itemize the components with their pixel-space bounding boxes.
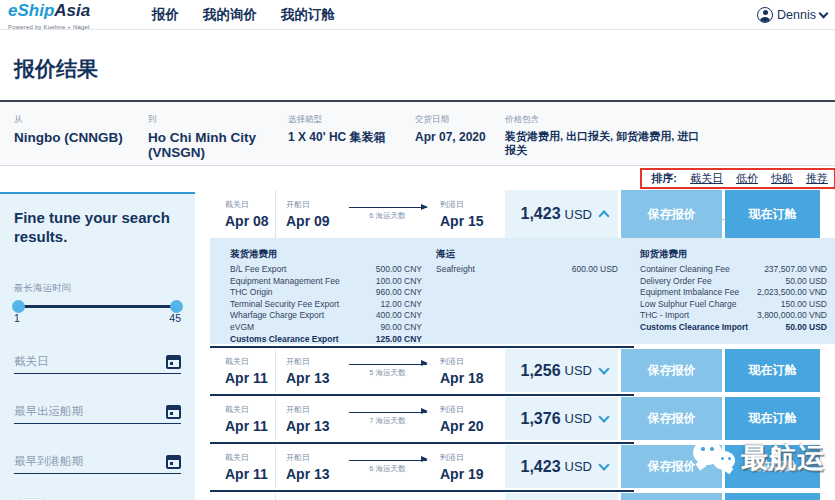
arrow-icon bbox=[349, 460, 427, 461]
arrival-value: Apr 19 bbox=[440, 466, 505, 482]
sort-option-recommended[interactable]: 推荐 bbox=[806, 171, 828, 186]
seafreight-fees: 海运 Seafreight600.00 USD bbox=[436, 248, 618, 276]
book-now-button[interactable]: 现在订舱 bbox=[725, 190, 820, 238]
transit-arrow bbox=[345, 493, 430, 500]
route-summary-card: 从 Ningbo (CNNGB) → 到 Ho Chi Minh City (V… bbox=[0, 100, 835, 166]
slider-handle-max[interactable] bbox=[170, 300, 183, 313]
user-name: Dennis bbox=[777, 8, 816, 22]
cutoff-date-field[interactable]: 截关日 bbox=[14, 354, 181, 374]
fee-amount: 150.00 USD bbox=[781, 299, 827, 311]
origin-fees: 装货港费用 B/L Fee Export500.00 CNY Equipment… bbox=[230, 248, 422, 345]
arrow-icon bbox=[349, 207, 427, 208]
earliest-arrival-field[interactable]: 最早到港船期 bbox=[14, 454, 181, 474]
save-quote-button[interactable]: 保存报价 bbox=[621, 190, 722, 238]
page-title: 报价结果 bbox=[14, 55, 98, 83]
save-quote-button[interactable]: 保存报价 bbox=[621, 445, 722, 488]
price-value: 1,423 bbox=[521, 458, 561, 476]
origin-fees-title: 装货港费用 bbox=[230, 248, 422, 261]
save-quote-button[interactable]: 保存报价 bbox=[621, 397, 722, 440]
earliest-departure-field[interactable]: 最早出运船期 bbox=[14, 404, 181, 424]
cutoff-value: Apr 08 bbox=[225, 213, 275, 229]
destination-fees: 卸货港费用 Container Cleaning Fee237,507.00 V… bbox=[640, 248, 827, 334]
fee-amount: 600.00 USD bbox=[572, 264, 618, 276]
logo-part2: Asia bbox=[54, 1, 90, 20]
book-now-button[interactable]: 现在订舱 bbox=[725, 445, 820, 488]
to-label: 到 bbox=[148, 114, 280, 126]
user-avatar-icon bbox=[757, 7, 773, 23]
chevron-down-icon[interactable] bbox=[598, 411, 609, 422]
delivery-date-label: 交货日期 bbox=[415, 114, 486, 126]
chevron-up-icon[interactable] bbox=[598, 210, 609, 221]
price-toggle[interactable]: 1,423 USD bbox=[505, 190, 618, 238]
nav-item-my-inquiries[interactable]: 我的询价 bbox=[203, 6, 257, 24]
sort-option-cutoff[interactable]: 截关日 bbox=[690, 171, 723, 186]
save-quote-button[interactable]: 保存报价 bbox=[621, 349, 722, 392]
calendar-icon[interactable] bbox=[166, 355, 181, 369]
price-toggle[interactable]: 1,376 USD bbox=[505, 397, 618, 440]
cutoff-value: Apr 11 bbox=[225, 370, 275, 386]
route-includes: 价格包含 装货港费用, 出口报关, 卸货港费用, 进口报关 bbox=[505, 114, 705, 157]
fee-name: B/L Fee Export bbox=[230, 264, 286, 276]
fee-amount: 237,507.00 VND bbox=[764, 264, 827, 276]
transit-arrow: 6 海运天数 bbox=[345, 190, 430, 238]
arrival-value: Apr 18 bbox=[440, 370, 505, 386]
user-menu[interactable]: Dennis bbox=[757, 0, 827, 30]
sort-option-lowprice[interactable]: 低价 bbox=[736, 171, 758, 186]
transit-days: 6 海运天数 bbox=[369, 464, 405, 474]
fee-amount: 90.00 CNY bbox=[380, 322, 422, 334]
fee-amount: 12.00 CNY bbox=[380, 299, 422, 311]
slider-handle-min[interactable] bbox=[12, 300, 25, 313]
calendar-icon[interactable] bbox=[166, 455, 181, 469]
cutoff-value: Apr 11 bbox=[225, 466, 275, 482]
chevron-down-icon[interactable] bbox=[598, 363, 609, 374]
price-value: 1,256 bbox=[521, 362, 561, 380]
transit-arrow: 6 海运天数 bbox=[345, 445, 430, 488]
quote-row: 截关日 开船日 到港日 1,385 USD 保存报价 现在订舱 bbox=[210, 493, 835, 500]
fee-amount: 3,800,000.00 VND bbox=[757, 310, 827, 322]
chevron-down-icon[interactable] bbox=[598, 459, 609, 470]
book-now-button[interactable]: 现在订舱 bbox=[725, 493, 820, 500]
nav-item-quote[interactable]: 报价 bbox=[152, 6, 179, 24]
price-currency: USD bbox=[565, 363, 592, 378]
nav-item-my-bookings[interactable]: 我的订舱 bbox=[281, 6, 335, 24]
earliest-arrival-placeholder: 最早到港船期 bbox=[14, 454, 83, 469]
filter-sidebar: Fine tune your search results. 最长海运时间 1 … bbox=[0, 192, 195, 500]
route-date: 交货日期 Apr 07, 2020 bbox=[415, 114, 486, 145]
eshipasia-logo[interactable]: eShipAsia Powered by Kuehne + Nagel bbox=[8, 2, 90, 36]
fee-name: eVGM bbox=[230, 322, 254, 334]
fee-amount: 400.00 CNY bbox=[376, 310, 422, 322]
cutoff-label: 截关日 bbox=[225, 356, 275, 367]
fee-name: Wharfage Charge Export bbox=[230, 310, 324, 322]
price-currency: USD bbox=[565, 459, 592, 474]
price-toggle[interactable]: 1,256 USD bbox=[505, 349, 618, 392]
save-quote-button[interactable]: 保存报价 bbox=[621, 493, 722, 500]
sort-bar: 排序: 截关日 低价 快船 推荐 bbox=[640, 168, 835, 189]
route-to: 到 Ho Chi Minh City (VNSGN) bbox=[148, 114, 280, 160]
main-nav: 报价 我的询价 我的订舱 bbox=[152, 0, 335, 30]
price-toggle[interactable]: 1,423 USD bbox=[505, 445, 618, 488]
cutoff-date-placeholder: 截关日 bbox=[14, 354, 49, 369]
destination-fees-title: 卸货港费用 bbox=[640, 248, 827, 261]
earliest-departure-placeholder: 最早出运船期 bbox=[14, 404, 83, 419]
slider-min-value: 1 bbox=[14, 312, 20, 324]
transit-days: 5 海运天数 bbox=[369, 368, 405, 378]
arrival-label: 到港日 bbox=[440, 199, 505, 210]
cutoff-label: 截关日 bbox=[225, 452, 275, 463]
includes-value: 装货港费用, 出口报关, 卸货港费用, 进口报关 bbox=[505, 130, 705, 157]
arrival-label: 到港日 bbox=[440, 404, 505, 415]
transit-days: 6 海运天数 bbox=[369, 211, 405, 221]
transit-slider[interactable] bbox=[16, 305, 179, 308]
sort-option-fast[interactable]: 快船 bbox=[771, 171, 793, 186]
departure-label: 开船日 bbox=[286, 199, 345, 210]
quote-row: 截关日Apr 08 开船日Apr 09 6 海运天数 到港日Apr 15 1,4… bbox=[210, 190, 835, 344]
fee-name: Delivery Order Fee bbox=[640, 276, 712, 288]
arrival-label: 到港日 bbox=[440, 452, 505, 463]
departure-value: Apr 09 bbox=[286, 213, 345, 229]
fee-amount: 960.00 CNY bbox=[376, 287, 422, 299]
book-now-button[interactable]: 现在订舱 bbox=[725, 349, 820, 392]
departure-label: 开船日 bbox=[286, 452, 345, 463]
calendar-icon[interactable] bbox=[166, 405, 181, 419]
fee-amount: 125.00 CNY bbox=[376, 334, 422, 346]
price-toggle[interactable]: 1,385 USD bbox=[505, 493, 618, 500]
book-now-button[interactable]: 现在订舱 bbox=[725, 397, 820, 440]
